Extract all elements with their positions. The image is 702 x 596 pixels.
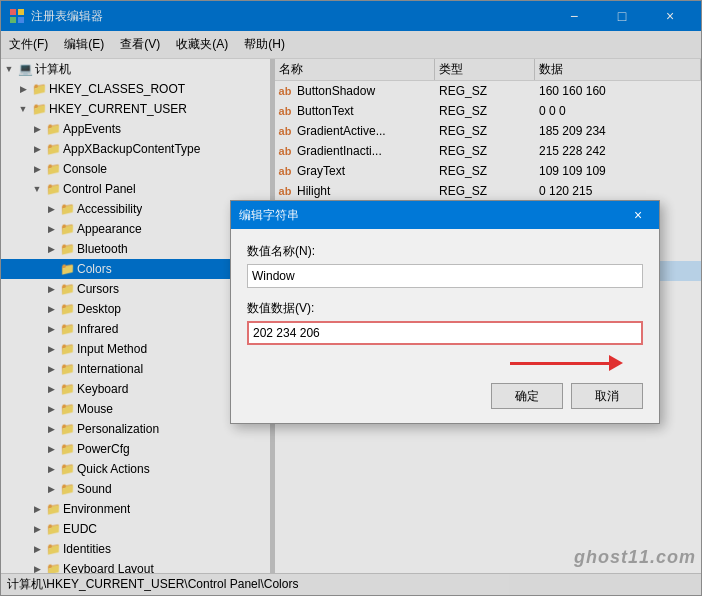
arrow-image	[510, 355, 623, 371]
value-data-label: 数值数据(V):	[247, 300, 643, 317]
value-data-input[interactable]	[247, 321, 643, 345]
edit-string-dialog: 编辑字符串 × 数值名称(N): 数值数据(V): 确定 取消	[230, 200, 660, 424]
dialog-title-bar: 编辑字符串 ×	[231, 201, 659, 229]
value-name-label: 数值名称(N):	[247, 243, 643, 260]
dialog-buttons: 确定 取消	[247, 379, 643, 409]
ok-button[interactable]: 确定	[491, 383, 563, 409]
arrow-line	[510, 362, 610, 365]
cancel-button[interactable]: 取消	[571, 383, 643, 409]
arrow-head	[609, 355, 623, 371]
dialog-body: 数值名称(N): 数值数据(V): 确定 取消	[231, 229, 659, 423]
arrow-indicator	[247, 355, 643, 371]
value-name-input[interactable]	[247, 264, 643, 288]
dialog-close-button[interactable]: ×	[625, 202, 651, 228]
dialog-overlay: 编辑字符串 × 数值名称(N): 数值数据(V): 确定 取消	[0, 0, 702, 596]
dialog-title: 编辑字符串	[239, 207, 625, 224]
